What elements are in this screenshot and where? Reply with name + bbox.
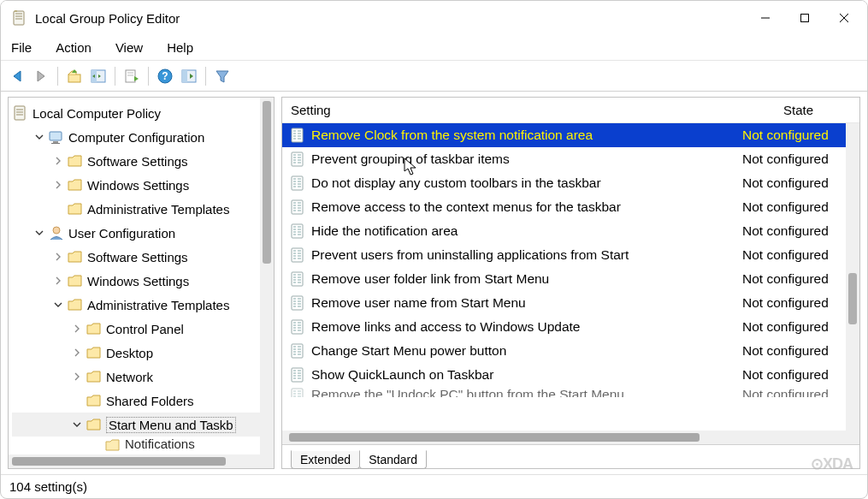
export-list-button[interactable] [121, 65, 143, 87]
toolbar: ? [1, 61, 867, 92]
options-button[interactable] [178, 65, 200, 87]
setting-state: Not configured [737, 199, 859, 215]
tree-label: Software Settings [87, 154, 188, 169]
chevron-right-icon[interactable] [51, 274, 65, 288]
folder-icon [86, 344, 103, 361]
help-button[interactable]: ? [154, 65, 176, 87]
menu-file[interactable]: File [9, 39, 33, 56]
list-horizontal-scrollbar[interactable] [282, 431, 859, 444]
statusbar: 104 setting(s) [1, 474, 867, 498]
chevron-right-icon[interactable] [51, 154, 65, 168]
tree-row[interactable]: Windows Settings [12, 269, 272, 293]
menu-help[interactable]: Help [165, 39, 195, 56]
folder-icon [67, 200, 84, 217]
setting-name: Remove Clock from the system notificatio… [311, 128, 737, 143]
tree-row[interactable]: Shared Folders [12, 389, 272, 413]
list-row[interactable]: Remove the "Undock PC" button from the S… [282, 387, 859, 397]
tree-label: Windows Settings [87, 274, 189, 288]
show-hide-tree-button[interactable] [87, 65, 109, 87]
tab-standard[interactable]: Standard [359, 450, 427, 469]
minimize-button[interactable] [746, 1, 785, 35]
policy-icon [289, 199, 306, 216]
policy-icon [289, 151, 306, 168]
chevron-down-icon[interactable] [32, 226, 46, 240]
list-row[interactable]: Remove links and access to Windows Updat… [282, 315, 859, 339]
setting-name: Remove access to the context menus for t… [311, 199, 737, 215]
list-row[interactable]: Do not display any custom toolbars in th… [282, 171, 859, 195]
back-button[interactable] [6, 65, 28, 87]
policy-icon [289, 294, 306, 312]
tree-row[interactable]: Software Settings [12, 149, 272, 173]
tree-row[interactable]: Network [12, 365, 272, 389]
tree-row[interactable]: Windows Settings [12, 173, 272, 197]
list-row[interactable]: Show QuickLaunch on TaskbarNot configure… [282, 363, 859, 387]
chevron-right-icon[interactable] [51, 178, 65, 192]
up-button[interactable] [63, 65, 86, 87]
setting-state: Not configured [737, 271, 859, 287]
tree-row[interactable]: Computer Configuration [12, 125, 272, 149]
svg-rect-12 [126, 70, 135, 82]
list-vertical-scrollbar[interactable] [846, 123, 859, 431]
tree-row[interactable]: Desktop [12, 341, 272, 365]
policy-icon [289, 387, 306, 397]
chevron-right-icon[interactable] [70, 370, 84, 383]
tree-pane: Local Computer Policy Computer Configura… [8, 97, 275, 469]
svg-rect-27 [292, 128, 303, 142]
tree-row[interactable]: Start Menu and Taskb [12, 413, 272, 437]
tree-label: User Configuration [68, 226, 175, 241]
folder-icon [67, 176, 84, 193]
tree[interactable]: Local Computer Policy Computer Configura… [9, 98, 274, 454]
column-setting[interactable]: Setting [282, 103, 737, 117]
list-row[interactable]: Remove user folder link from Start MenuN… [282, 267, 859, 291]
forward-button[interactable] [30, 65, 52, 87]
chevron-down-icon[interactable] [51, 298, 65, 312]
computer-icon [48, 128, 65, 146]
setting-state: Not configured [737, 223, 859, 239]
chevron-down-icon[interactable] [70, 418, 84, 431]
chevron-right-icon[interactable] [70, 322, 84, 336]
tree-row[interactable]: Administrative Templates [12, 197, 272, 221]
user-icon [48, 224, 65, 241]
tree-vertical-scrollbar[interactable] [260, 98, 274, 468]
tree-row[interactable]: Control Panel [12, 317, 272, 341]
list-row[interactable]: Remove user name from Start MenuNot conf… [282, 291, 859, 315]
svg-rect-24 [53, 141, 58, 143]
maximize-button[interactable] [785, 1, 824, 35]
tab-extended[interactable]: Extended [291, 450, 360, 469]
list-header: Setting State [282, 98, 859, 123]
list-row[interactable]: Prevent grouping of taskbar itemsNot con… [282, 147, 859, 171]
setting-name: Change Start Menu power button [311, 343, 737, 359]
svg-rect-6 [801, 15, 809, 22]
tree-row[interactable]: Administrative Templates [12, 293, 272, 317]
svg-text:?: ? [162, 70, 168, 82]
svg-rect-9 [68, 74, 80, 82]
list-row[interactable]: Remove Clock from the system notificatio… [282, 123, 859, 147]
list-row[interactable]: Change Start Menu power buttonNot config… [282, 339, 859, 363]
tree-root[interactable]: Local Computer Policy [12, 101, 272, 125]
setting-state: Not configured [737, 247, 859, 263]
list-row[interactable]: Prevent users from uninstalling applicat… [282, 243, 859, 267]
list-row[interactable]: Hide the notification areaNot configured [282, 219, 859, 243]
list-body[interactable]: Remove Clock from the system notificatio… [282, 123, 859, 431]
policy-icon [289, 342, 306, 359]
chevron-right-icon[interactable] [70, 346, 84, 359]
setting-name: Show QuickLaunch on Taskbar [311, 367, 737, 383]
status-text: 104 setting(s) [9, 479, 87, 494]
menu-action[interactable]: Action [54, 39, 93, 56]
svg-rect-54 [292, 200, 303, 214]
column-state[interactable]: State [737, 103, 859, 117]
list-row[interactable]: Remove access to the context menus for t… [282, 195, 859, 219]
tree-horizontal-scrollbar[interactable] [9, 454, 274, 468]
chevron-down-icon[interactable] [32, 130, 46, 144]
menu-view[interactable]: View [114, 39, 145, 56]
tree-row[interactable]: User Configuration [12, 221, 272, 245]
document-icon [12, 104, 29, 122]
close-button[interactable] [824, 1, 864, 35]
chevron-right-icon[interactable] [51, 250, 65, 264]
tree-row[interactable]: Software Settings [12, 245, 272, 269]
tree-row[interactable]: Notifications [12, 437, 272, 452]
setting-state: Not configured [737, 319, 859, 335]
policy-icon [289, 127, 306, 144]
filter-button[interactable] [211, 65, 233, 87]
svg-rect-23 [50, 132, 62, 140]
